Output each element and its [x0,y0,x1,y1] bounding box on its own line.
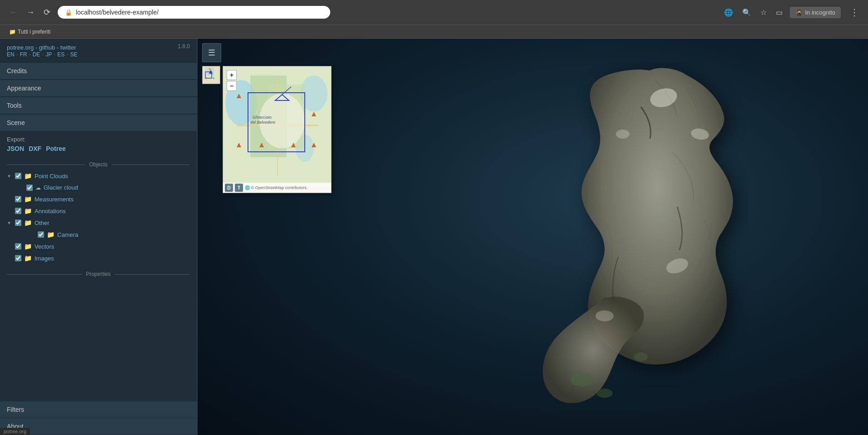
export-json[interactable]: JSON [7,145,24,152]
label-other: Other [35,220,50,226]
lang-jp[interactable]: JP [45,51,52,58]
menu-item-filters[interactable]: Filters [0,401,197,418]
browser-menu-button[interactable]: ⋮ [846,5,863,20]
hamburger-button[interactable]: ☰ [202,43,221,62]
tree-item-vectors[interactable]: ▼ 📁 Vectors [0,240,197,252]
sidebar-header: potree.org - github - twitter EN - FR - … [0,39,197,62]
export-label: Export: [7,136,25,143]
osm-icon: 🌐 [245,185,250,190]
map-osm-attribution: 🌐 © OpenStreetMap contributors. [245,185,308,190]
map-zoom-in[interactable]: + [227,70,237,80]
checkbox-point-clouds[interactable] [15,173,21,179]
lock-icon: 🔒 [65,9,72,16]
label-images: Images [35,255,54,262]
tree-item-other[interactable]: ▼ 📁 Other [0,217,197,229]
nav-buttons: ← → ⟳ [5,5,54,19]
folder-icon-images: 📁 [24,255,32,262]
label-annotations: Annotations [35,208,66,215]
map-t-button[interactable]: T [235,184,243,192]
zoom-icon[interactable]: 🔍 [740,6,753,19]
export-section: Export: JSON DXF Potree [0,131,197,157]
checkbox-vectors[interactable] [15,243,21,250]
svg-point-5 [205,77,207,79]
svg-point-35 [634,352,648,361]
footer-url: potree.org [4,429,26,434]
browser-chrome: ← → ⟳ 🔒 localhost/belvedere-example/ 🌐 🔍… [0,0,868,25]
address-bar[interactable]: 🔒 localhost/belvedere-example/ [58,6,330,19]
label-camera: Camera [57,231,78,238]
incognito-button[interactable]: 🥷 In incognito [790,7,841,18]
lang-es[interactable]: ES [57,51,64,58]
map-d-button[interactable]: D [225,184,233,192]
viewport[interactable]: ☰ + − [198,39,868,435]
potree-links: potree.org - github - twitter EN - FR - … [7,43,77,58]
potree-title: potree.org - github - twitter [7,43,77,51]
osm-text: © OpenStreetMap contributors. [251,185,308,190]
folder-icon-measurements: 📁 [24,195,32,203]
refresh-button[interactable]: ⟳ [40,5,54,19]
forward-button[interactable]: → [23,6,38,19]
folder-icon-vectors: 📁 [24,243,32,250]
menu-item-tools[interactable]: Tools [0,97,197,114]
status-bar: potree.org [0,428,30,435]
translate-icon[interactable]: 🌐 [722,6,735,19]
hamburger-icon: ☰ [208,48,215,58]
tree-item-images[interactable]: ▼ 📁 Images [0,252,197,264]
map-overlay: + − [202,66,220,84]
bookmarks-bar: 📁 Tutti i preferiti [0,25,868,39]
main-container: potree.org - github - twitter EN - FR - … [0,39,868,435]
lang-de[interactable]: DE [33,51,40,58]
checkbox-glacier-cloud[interactable] [26,185,33,191]
tree-item-annotations[interactable]: ▼ 📁 Annotations [0,205,197,217]
lang-en[interactable]: EN [7,51,15,58]
checkbox-measurements[interactable] [15,196,21,202]
lang-links: EN - FR - DE - JP - ES - SE [7,51,77,58]
collapse-arrow-other[interactable]: ▼ [7,220,12,225]
checkbox-images[interactable] [15,255,21,261]
collapse-arrow-point-clouds[interactable]: ▼ [7,174,12,179]
split-screen-icon[interactable]: ▭ [774,6,784,19]
back-button[interactable]: ← [5,6,21,19]
svg-point-6 [213,77,214,79]
map-zoom-out[interactable]: − [227,81,237,91]
menu-item-credits[interactable]: Credits [0,63,197,79]
map-zoom-controls: + − [227,70,237,91]
svg-point-33 [570,373,593,386]
label-vectors: Vectors [35,243,54,250]
bookmark-icon[interactable]: ☆ [759,6,769,19]
map-thumb-svg [203,66,220,84]
svg-text:del Belvedere: del Belvedere [250,120,275,125]
label-measurements: Measurements [35,196,74,203]
map-thumbnail[interactable] [202,66,220,84]
map-svg: Ghiacciaio del Belvedere [223,66,332,187]
map-bottom-bar: D T 🌐 © OpenStreetMap contributors. [223,183,331,193]
browser-actions: 🌐 🔍 ☆ ▭ 🥷 In incognito ⋮ [722,5,863,20]
svg-text:Ghiacciaio: Ghiacciaio [253,115,272,120]
checkbox-camera[interactable] [38,231,44,238]
svg-point-32 [595,310,614,321]
lang-se[interactable]: SE [70,51,77,58]
export-potree[interactable]: Potree [46,145,66,152]
tree-item-glacier-cloud[interactable]: ▼ ☁ Glacier cloud [0,182,197,193]
checkbox-other[interactable] [15,220,21,226]
menu-item-scene[interactable]: Scene [0,115,197,131]
folder-icon-point-clouds: 📁 [24,172,32,180]
label-glacier-cloud: Glacier cloud [44,184,78,191]
potree-link[interactable]: potree.org - github - twitter [7,44,76,51]
menu-item-appearance[interactable]: Appearance [0,80,197,96]
export-dxf[interactable]: DXF [29,145,41,152]
tree-item-measurements[interactable]: ▼ 📁 Measurements [0,193,197,205]
tree-item-camera[interactable]: ▼ 📁 Camera [0,229,197,240]
lang-fr[interactable]: FR [20,51,27,58]
properties-section: Properties [0,266,197,282]
folder-icon-other: 📁 [24,219,32,226]
checkbox-annotations[interactable] [15,208,21,214]
folder-icon-annotations: 📁 [24,207,32,215]
folder-icon-camera: 📁 [47,231,55,238]
rock-model-svg [514,61,832,416]
objects-section: Objects ▼ 📁 Point Clouds ▼ ☁ Glacier clo… [0,157,197,266]
tree-item-point-clouds[interactable]: ▼ 📁 Point Clouds [0,170,197,182]
bookmark-item[interactable]: 📁 Tutti i preferiti [5,28,54,36]
label-point-clouds: Point Clouds [35,173,68,180]
url-text: localhost/belvedere-example/ [76,9,323,16]
